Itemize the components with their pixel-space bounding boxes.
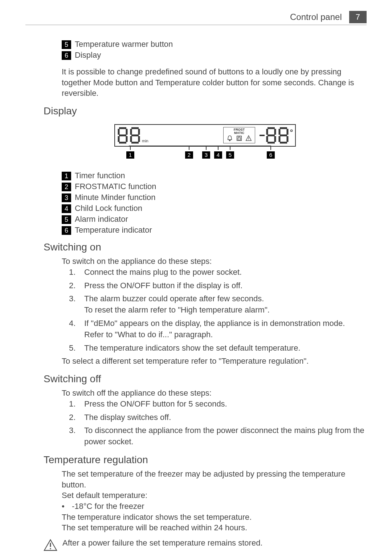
legend-number-box: 2 <box>62 183 71 191</box>
svg-rect-18 <box>260 135 265 136</box>
temp-reg-p1: The set temperature of the freezer may b… <box>62 469 367 490</box>
callout-number: 6 <box>267 151 275 159</box>
step-number: 3. <box>69 425 84 448</box>
display-legend-list: 1Timer function 2FROSTMATIC function 3Mi… <box>62 171 367 235</box>
legend-number-box: 1 <box>62 172 71 180</box>
step-number: 2. <box>69 412 84 423</box>
step-text: Connect the mains plug to the power sock… <box>84 267 367 278</box>
svg-rect-15 <box>238 138 240 140</box>
bell-icon <box>226 135 233 142</box>
warning-text: After a power failure the set temperatur… <box>62 538 262 548</box>
legend-text: Child Lock function <box>75 204 142 213</box>
svg-point-35 <box>50 548 51 549</box>
callout-number: 3 <box>202 151 210 159</box>
callout-number: 1 <box>126 151 134 159</box>
legend-text: Display <box>75 50 101 60</box>
svg-point-17 <box>248 139 249 140</box>
seg-group <box>266 127 289 144</box>
page-number-badge: 7 <box>349 11 367 23</box>
warning-note: After a power failure the set temperatur… <box>44 538 367 551</box>
step-text: The temperature indicators show the set … <box>84 343 367 354</box>
minus-sign-icon <box>260 127 265 144</box>
seven-segment-digit <box>130 127 140 144</box>
switching-on-outro: To select a different set temperature re… <box>62 356 367 367</box>
switching-off-intro: To switch off the appliance do these ste… <box>62 388 367 399</box>
legend-item: 5 Temperature warmer button <box>62 40 367 49</box>
step-text: To disconnect the appliance from the pow… <box>84 425 367 448</box>
step-number: 1. <box>69 267 84 278</box>
legend-item: 6 Display <box>62 50 367 60</box>
step-number: 3. <box>69 293 84 316</box>
lcd-timer-area: min <box>117 127 148 144</box>
lcd-temperature-area <box>260 127 293 144</box>
step-text: If "dEMo" appears on the display, the ap… <box>84 318 367 340</box>
legend-text: Alarm indicator <box>75 215 128 224</box>
legend-number-box: 3 <box>62 193 71 202</box>
legend-text: Temperature warmer button <box>75 40 173 49</box>
legend-text: Timer function <box>75 171 125 180</box>
top-legend-list: 5 Temperature warmer button 6 Display <box>62 40 367 60</box>
lock-icon <box>236 135 242 142</box>
legend-number-box: 5 <box>62 40 71 49</box>
frostmatic-line2: MATIC <box>234 131 244 135</box>
warning-triangle-icon <box>44 539 57 551</box>
step-number: 5. <box>69 343 84 354</box>
seven-segment-digit <box>278 127 289 144</box>
diagram-callout-row: 1 2 3 4 5 <box>114 146 296 166</box>
header-title: Control panel <box>290 12 342 22</box>
seg-group <box>117 127 140 144</box>
temp-reg-p4: The set temperature will be reached with… <box>62 522 367 533</box>
switching-on-intro: To switch on the appliance do these step… <box>62 256 367 267</box>
step-number: 4. <box>69 318 84 340</box>
temp-reg-p3: The temperature indicator shows the set … <box>62 512 367 523</box>
legend-text: Minute Minder function <box>75 193 156 202</box>
step-text: The display switches off. <box>84 412 367 423</box>
seven-segment-digit <box>117 127 128 144</box>
bullet-icon: • <box>62 501 72 512</box>
section-heading-temp-regulation: Temperature regulation <box>44 454 367 466</box>
callout-number: 5 <box>226 151 234 159</box>
intro-paragraph: It is possible to change predefined soun… <box>62 66 367 99</box>
step-number: 2. <box>69 280 84 291</box>
temp-reg-p2: Set default temperature: <box>62 490 367 501</box>
page-header: Control panel 7 <box>25 11 367 25</box>
callout-number: 2 <box>185 151 193 159</box>
legend-text: FROSTMATIC function <box>75 182 156 191</box>
legend-number-box: 5 <box>62 215 71 224</box>
frostmatic-label: FROST MATIC <box>234 128 245 135</box>
bullet-item: • -18°C for the freezer <box>62 501 367 512</box>
section-heading-switching-off: Switching off <box>44 373 367 385</box>
step-text: Press the ON/OFF button if the display i… <box>84 280 367 291</box>
legend-number-box: 4 <box>62 204 71 213</box>
alarm-triangle-icon <box>245 135 252 142</box>
legend-text: Temperature indicator <box>75 225 152 235</box>
seven-segment-digit <box>266 127 277 144</box>
lcd-icons-box: FROST MATIC <box>223 127 255 143</box>
step-number: 1. <box>69 399 84 410</box>
degree-icon <box>290 127 293 134</box>
step-text: The alarm buzzer could operate after few… <box>84 293 367 316</box>
lcd-frame: min FROST MATIC <box>114 124 296 147</box>
switching-on-steps: 1.Connect the mains plug to the power so… <box>69 267 367 354</box>
svg-point-33 <box>291 130 293 132</box>
legend-number-box: 6 <box>62 51 71 60</box>
callout-number: 4 <box>214 151 222 159</box>
step-text: Press the ON/OFF button for 5 seconds. <box>84 399 367 410</box>
lcd-display-diagram: min FROST MATIC <box>114 124 296 166</box>
switching-off-steps: 1.Press the ON/OFF button for 5 seconds.… <box>69 399 367 448</box>
section-heading-switching-on: Switching on <box>44 241 367 253</box>
legend-number-box: 6 <box>62 226 71 235</box>
bullet-text: -18°C for the freezer <box>72 501 144 512</box>
min-label: min <box>142 139 148 143</box>
section-heading-display: Display <box>44 105 367 117</box>
